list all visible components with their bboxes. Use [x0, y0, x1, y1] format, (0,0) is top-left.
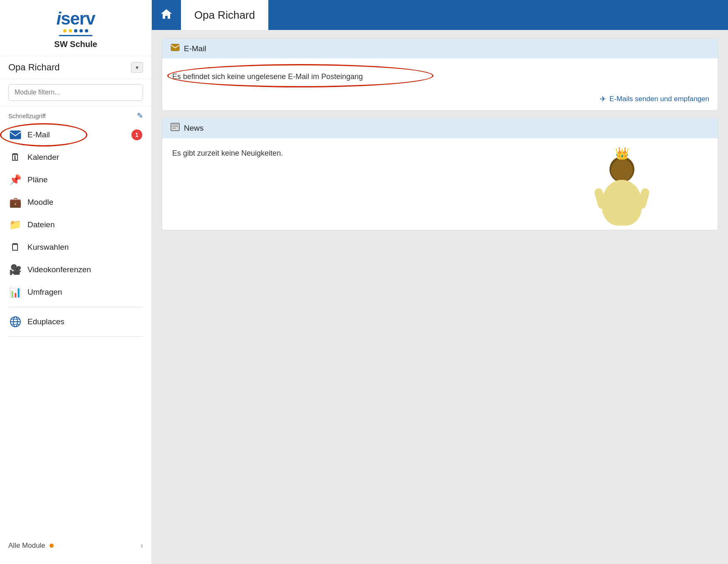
logo-divider: [59, 35, 92, 36]
svg-rect-6: [171, 44, 179, 51]
kurswahlen-icon: 🗒: [9, 241, 22, 253]
videokonferenzen-icon: 🎥: [9, 263, 22, 276]
edit-quick-access-icon[interactable]: ✎: [137, 111, 143, 120]
user-section: Opa Richard ▾: [0, 56, 151, 79]
nav-items: E-Mail 1 🗓 Kalender 📌 Pläne 💼 Moodle 📁 D…: [0, 124, 151, 303]
sidebar-kurswahlen-label: Kurswahlen: [27, 243, 142, 252]
search-input[interactable]: [8, 84, 143, 101]
email-link-row: ✈ E-Mails senden und empfangen: [162, 90, 718, 110]
email-card-header: E-Mail: [162, 39, 718, 58]
email-icon: [9, 129, 22, 141]
email-card-body: Es befindet sich keine ungelesene E-Mail…: [162, 58, 718, 90]
email-card-header-icon: [171, 44, 180, 53]
news-card-header: News: [162, 118, 718, 138]
logo-text: iserv: [56, 10, 95, 27]
person-body: [602, 180, 642, 226]
sidebar-plaene-label: Pläne: [27, 175, 142, 184]
header-bar: Opa Richard: [152, 0, 728, 30]
send-icon: ✈: [600, 94, 606, 104]
umfragen-icon: 📊: [9, 286, 22, 298]
news-card-body: Es gibt zurzeit keine Neuigkeiten. 👑: [162, 138, 718, 230]
chevron-right-icon: ›: [141, 541, 143, 550]
logo-dot-blue2: [79, 29, 83, 32]
decorative-person: 👑: [593, 147, 651, 230]
sidebar-dateien-label: Dateien: [27, 220, 142, 229]
email-card: E-Mail Es befindet sich keine ungelesene…: [162, 38, 718, 111]
search-section: [0, 79, 151, 106]
header-tab[interactable]: Opa Richard: [181, 0, 268, 30]
all-modules-dot: [50, 544, 54, 548]
logo-dot-yellow: [63, 29, 67, 32]
email-card-title: E-Mail: [184, 44, 206, 53]
email-send-receive-link[interactable]: E-Mails senden und empfangen: [609, 95, 709, 103]
quick-access-header: Schnellzugriff ✎: [0, 106, 151, 124]
user-dropdown-button[interactable]: ▾: [131, 62, 143, 73]
home-button[interactable]: [152, 0, 181, 30]
logo-area: iserv SW Schule: [0, 0, 151, 56]
moodle-icon: 💼: [9, 196, 22, 209]
sidebar-umfragen-label: Umfragen: [27, 288, 142, 297]
email-badge: 1: [131, 129, 142, 140]
kalender-icon: 🗓: [9, 151, 22, 164]
plaene-icon: 📌: [9, 174, 22, 186]
svg-rect-0: [10, 131, 21, 139]
cards-area: E-Mail Es befindet sich keine ungelesene…: [152, 30, 728, 239]
logo-dot-blue: [74, 29, 77, 32]
all-modules-label: Alle Module: [8, 542, 54, 550]
logo-dots: [63, 29, 88, 32]
sidebar-eduplaces-label: Eduplaces: [27, 317, 142, 326]
all-modules-text: Alle Module: [8, 542, 45, 550]
sidebar-item-dateien[interactable]: 📁 Dateien: [3, 214, 148, 236]
quick-access-label: Schnellzugriff: [8, 112, 46, 119]
sidebar-moodle-label: Moodle: [27, 198, 142, 207]
sidebar-divider-2: [8, 336, 143, 337]
sidebar-item-kalender[interactable]: 🗓 Kalender: [3, 146, 148, 169]
home-icon: [160, 8, 173, 22]
sidebar-divider-1: [8, 307, 143, 307]
sidebar-item-eduplaces[interactable]: Eduplaces: [0, 311, 151, 333]
user-name: Opa Richard: [8, 62, 60, 73]
header-tab-title: Opa Richard: [194, 9, 255, 22]
sidebar-item-videokonferenzen[interactable]: 🎥 Videokonferenzen: [3, 258, 148, 281]
all-modules-row[interactable]: Alle Module ›: [0, 535, 151, 556]
email-no-mail-message: Es befindet sich keine ungelesene E-Mail…: [172, 70, 708, 84]
crown-icon: 👑: [615, 147, 629, 160]
sidebar-item-email[interactable]: E-Mail 1: [3, 124, 148, 146]
eduplaces-icon: [9, 316, 22, 328]
main-content: Opa Richard E-Mail Es befindet sich kein…: [152, 0, 728, 564]
sidebar-kalender-label: Kalender: [27, 153, 142, 162]
sidebar-videokonferenzen-label: Videokonferenzen: [27, 265, 142, 274]
school-name: SW Schule: [54, 40, 97, 49]
sidebar-item-plaene[interactable]: 📌 Pläne: [3, 169, 148, 191]
sidebar-item-moodle[interactable]: 💼 Moodle: [3, 191, 148, 214]
news-card-title: News: [184, 124, 204, 133]
sidebar-item-umfragen[interactable]: 📊 Umfragen: [3, 281, 148, 303]
sidebar-email-label: E-Mail: [27, 130, 126, 139]
sidebar-item-kurswahlen[interactable]: 🗒 Kurswahlen: [3, 236, 148, 258]
dateien-icon: 📁: [9, 219, 22, 231]
logo-dot-yellow2: [69, 29, 72, 32]
news-card: News Es gibt zurzeit keine Neuigkeiten. …: [162, 117, 718, 230]
logo-dot-blue3: [85, 29, 88, 32]
news-card-header-icon: [171, 123, 180, 133]
sidebar: iserv SW Schule Opa Richard ▾ Schnellzug…: [0, 0, 152, 564]
svg-rect-7: [171, 123, 179, 131]
person-face: [611, 159, 633, 181]
